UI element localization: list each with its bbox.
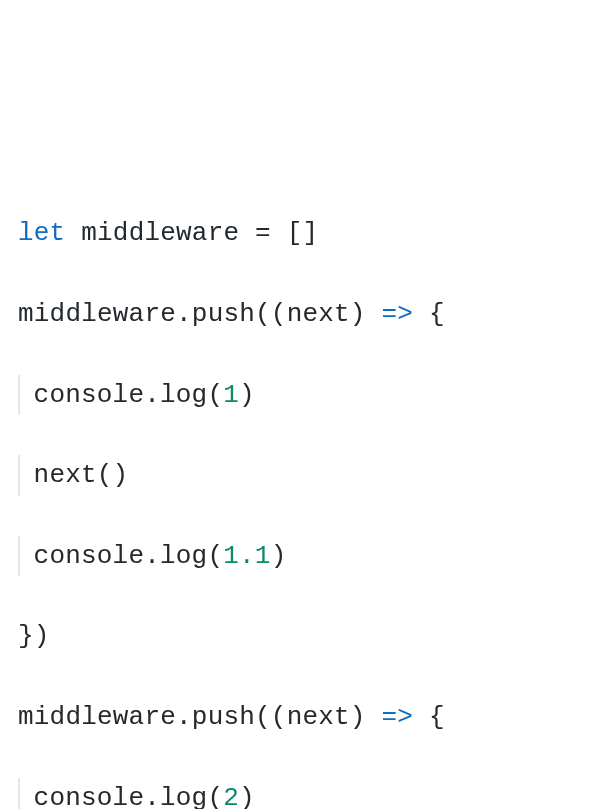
indent-guide — [18, 375, 20, 415]
code-line: middleware.push((next) => { — [18, 294, 582, 334]
identifier: middleware — [81, 218, 239, 248]
identifier — [65, 218, 81, 248]
brace: { — [413, 299, 445, 329]
console-log: console.log( — [34, 541, 224, 571]
identifier: middleware — [18, 702, 176, 732]
code-line: console.log(2) — [18, 778, 582, 809]
identifier: middleware — [18, 299, 176, 329]
punct: ) — [239, 380, 255, 410]
keyword-let: let — [18, 218, 65, 248]
punct: .push( — [176, 299, 271, 329]
number-literal: 2 — [223, 783, 239, 809]
punct: ) — [239, 783, 255, 809]
punct: = — [239, 218, 286, 248]
brace: { — [413, 702, 445, 732]
console-log: console.log( — [34, 783, 224, 809]
code-line: let middleware = [] — [18, 213, 582, 253]
indent-guide — [18, 778, 20, 809]
number-literal: 1.1 — [223, 541, 270, 571]
punct: .push( — [176, 702, 271, 732]
code-line: console.log(1.1) — [18, 536, 582, 576]
code-line: next() — [18, 455, 582, 495]
next-call: next() — [34, 460, 129, 490]
arrow: => — [381, 299, 413, 329]
param: (next) — [271, 299, 382, 329]
arrow: => — [381, 702, 413, 732]
indent-guide — [18, 536, 20, 576]
param: (next) — [271, 702, 382, 732]
code-line: middleware.push((next) => { — [18, 697, 582, 737]
code-line: console.log(1) — [18, 375, 582, 415]
code-line: }) — [18, 616, 582, 656]
punct: ) — [271, 541, 287, 571]
console-log: console.log( — [34, 380, 224, 410]
indent-guide — [18, 455, 20, 495]
number-literal: 1 — [223, 380, 239, 410]
close-brace: }) — [18, 621, 50, 651]
code-block: let middleware = [] middleware.push((nex… — [18, 173, 582, 809]
brackets: [] — [287, 218, 319, 248]
